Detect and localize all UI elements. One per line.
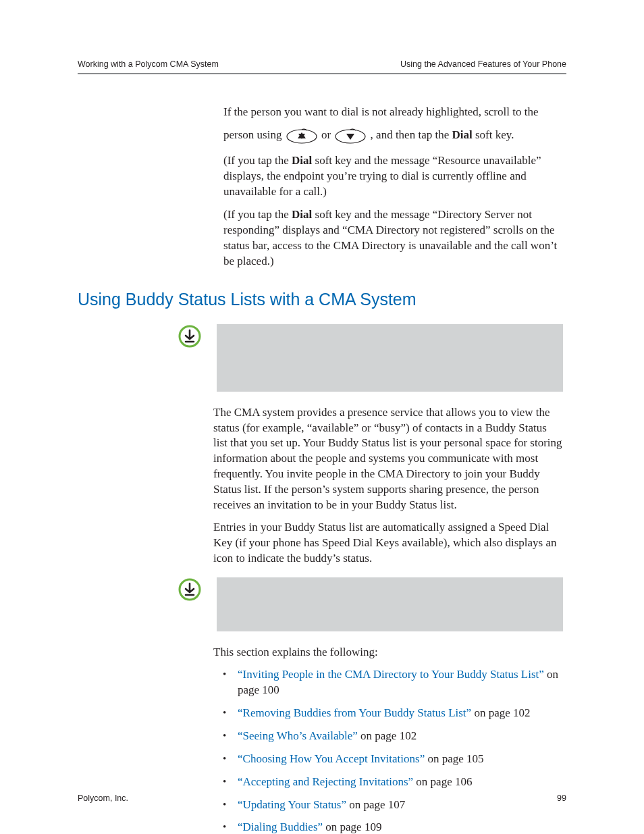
toc-item: “Seeing Who’s Available” on page 102: [235, 729, 563, 744]
note-icon: [178, 324, 205, 348]
footer-right: 99: [557, 793, 566, 803]
p3a: (If you tap the: [223, 208, 292, 221]
toc-item: “Removing Buddies from Your Buddy Status…: [235, 706, 563, 721]
note-body-2: [217, 577, 563, 631]
header-left: Working with a Polycom CMA System: [78, 59, 219, 69]
toc-tail: on page 105: [425, 752, 483, 765]
header-rule: [78, 73, 566, 74]
footer-left: Polycom, Inc.: [78, 793, 128, 803]
toc-item: “Dialing Buddies” on page 109: [235, 820, 563, 834]
header-right: Using the Advanced Features of Your Phon…: [400, 59, 566, 69]
intro-p1a: If the person you want to dial is not al…: [223, 105, 563, 120]
body-p3: This section explains the following:: [213, 645, 563, 660]
toc-link[interactable]: “Inviting People in the CMA Directory to…: [238, 668, 544, 681]
toc-item: “Choosing How You Accept Invitations” on…: [235, 752, 563, 767]
page-footer: Polycom, Inc. 99: [78, 793, 566, 803]
intro-t4: soft key.: [473, 128, 514, 141]
body-p2: Entries in your Buddy Status list are au…: [213, 520, 563, 567]
intro-p2: (If you tap the Dial soft key and the me…: [223, 153, 563, 200]
intro-block: If the person you want to dial is not al…: [223, 105, 563, 269]
intro-t3: , and then tap the: [371, 128, 452, 141]
note-2: [178, 577, 563, 631]
body-block-2: This section explains the following: “In…: [213, 645, 563, 834]
dial-bold-2: Dial: [292, 154, 312, 167]
section-heading: Using Buddy Status Lists with a CMA Syst…: [78, 290, 566, 309]
toc-link[interactable]: “Choosing How You Accept Invitations”: [238, 752, 425, 765]
intro-p1b: person using or , and then tap t: [223, 128, 563, 144]
note-1: [178, 324, 563, 392]
toc-tail: on page 102: [471, 706, 530, 719]
toc-link[interactable]: “Accepting and Rejecting Invitations”: [238, 775, 413, 788]
toc-link[interactable]: “Removing Buddies from Your Buddy Status…: [238, 706, 471, 719]
toc-item: “Accepting and Rejecting Invitations” on…: [235, 775, 563, 790]
dial-bold-3: Dial: [292, 208, 312, 221]
down-arrow-icon: [333, 128, 367, 144]
toc-link[interactable]: “Seeing Who’s Available”: [238, 729, 358, 742]
dial-bold-1: Dial: [452, 128, 472, 141]
body-p1: The CMA system provides a presence servi…: [213, 405, 563, 514]
toc-tail: on page 106: [413, 775, 472, 788]
toc-item: “Inviting People in the CMA Directory to…: [235, 667, 563, 698]
intro-t1: person using: [223, 128, 285, 141]
toc-list: “Inviting People in the CMA Directory to…: [213, 667, 563, 834]
toc-tail: on page 102: [358, 729, 417, 742]
svg-marker-1: [298, 132, 306, 138]
toc-link[interactable]: “Dialing Buddies”: [238, 820, 323, 833]
note-body: [217, 324, 563, 392]
intro-p3: (If you tap the Dial soft key and the me…: [223, 207, 563, 269]
up-arrow-icon: [285, 128, 319, 144]
page-header: Working with a Polycom CMA System Using …: [78, 59, 566, 69]
body-block-1: The CMA system provides a presence servi…: [213, 405, 563, 567]
toc-tail: on page 109: [323, 820, 381, 833]
intro-t2: or: [321, 128, 333, 141]
note-icon-2: [178, 577, 205, 602]
p2a: (If you tap the: [223, 154, 292, 167]
svg-marker-3: [346, 134, 354, 140]
page-content: If the person you want to dial is not al…: [78, 105, 566, 834]
